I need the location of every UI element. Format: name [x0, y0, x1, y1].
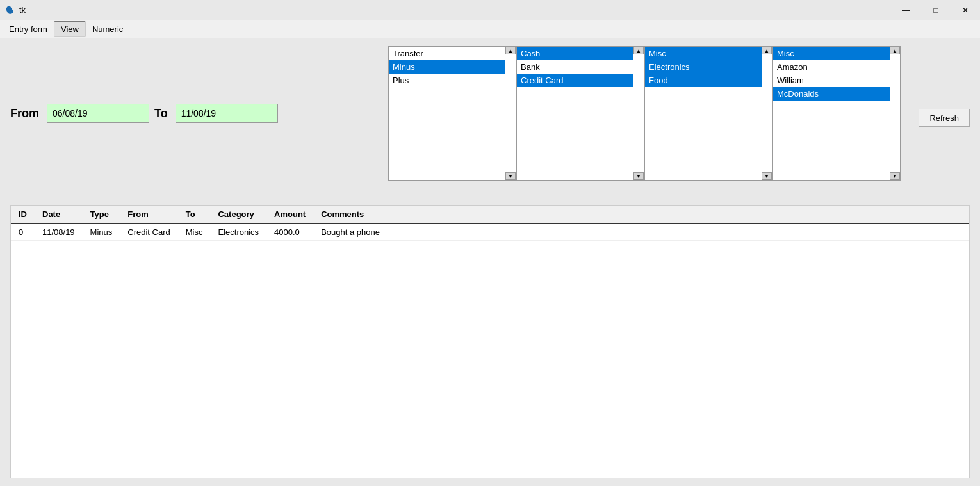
cell-type: Minus: [83, 223, 120, 241]
date-row: From To: [10, 104, 278, 123]
top-area: From To ▲ Transfer Minus Plus ▼ ▲: [10, 46, 970, 200]
maximize-button[interactable]: □: [921, 0, 951, 20]
from-list-items: Cash Bank Credit Card: [517, 47, 644, 180]
date-filter-section: From To: [10, 104, 278, 123]
menu-view[interactable]: View: [54, 21, 86, 37]
type-list-items: Transfer Minus Plus: [389, 47, 516, 180]
list-item[interactable]: Misc: [645, 47, 762, 60]
category-list-scroll-up[interactable]: ▲: [762, 47, 772, 54]
app-icon: [5, 5, 15, 15]
data-table: ID Date Type From To Category Amount Com…: [11, 206, 969, 241]
from-date-input[interactable]: [47, 104, 149, 123]
col-id: ID: [11, 206, 35, 223]
close-button[interactable]: ✕: [951, 0, 980, 20]
menu-bar: Entry form View Numeric: [0, 20, 980, 38]
list-item[interactable]: Cash: [517, 47, 633, 60]
table-section: ID Date Type From To Category Amount Com…: [10, 205, 970, 478]
cell-comments: Bought a phone: [313, 223, 388, 241]
col-amount: Amount: [266, 206, 313, 223]
list-item[interactable]: Electronics: [645, 60, 762, 74]
col-to: To: [178, 206, 211, 223]
col-from: From: [120, 206, 177, 223]
cell-date: 11/08/19: [35, 223, 83, 241]
list-item[interactable]: Plus: [389, 74, 505, 87]
refresh-button[interactable]: Refresh: [919, 109, 970, 127]
minimize-button[interactable]: —: [892, 0, 921, 20]
title-bar-controls: — □ ✕: [892, 0, 980, 20]
cell-id: 0: [11, 223, 35, 241]
list-item[interactable]: Bank: [517, 60, 633, 74]
cell-from: Credit Card: [120, 223, 177, 241]
list-item[interactable]: Amazon: [773, 60, 890, 74]
category-list-items: Misc Electronics Food: [645, 47, 772, 180]
to-date-input[interactable]: [176, 104, 278, 123]
list-item[interactable]: Transfer: [389, 47, 505, 60]
list-item[interactable]: Food: [645, 74, 762, 87]
cell-category: Electronics: [210, 223, 266, 241]
list-item[interactable]: McDonalds: [773, 87, 890, 101]
type-list-scroll-down[interactable]: ▼: [505, 172, 516, 180]
col-category: Category: [210, 206, 266, 223]
title-bar: tk — □ ✕: [0, 0, 980, 20]
list-item[interactable]: William: [773, 74, 890, 87]
from-list-scroll-down[interactable]: ▼: [633, 172, 644, 180]
cell-extra: [388, 223, 969, 241]
table-body: 0 11/08/19 Minus Credit Card Misc Electr…: [11, 223, 969, 241]
list-item[interactable]: Credit Card: [517, 74, 633, 87]
list-item[interactable]: Misc: [773, 47, 890, 60]
lists-area: ▲ Transfer Minus Plus ▼ ▲ Cash Bank Cred…: [388, 46, 901, 181]
to-list: ▲ Misc Amazon William McDonalds ▼: [772, 46, 901, 181]
category-list: ▲ Misc Electronics Food ▼: [644, 46, 772, 181]
from-list: ▲ Cash Bank Credit Card ▼: [516, 46, 644, 181]
from-list-scroll-up[interactable]: ▲: [633, 47, 644, 54]
menu-entry-form[interactable]: Entry form: [3, 22, 54, 36]
main-content: From To ▲ Transfer Minus Plus ▼ ▲: [0, 38, 980, 486]
type-list-scroll-up[interactable]: ▲: [505, 47, 516, 54]
col-comments: Comments: [313, 206, 388, 223]
from-label: From: [10, 107, 39, 120]
to-list-scroll-up[interactable]: ▲: [890, 47, 900, 54]
table-header: ID Date Type From To Category Amount Com…: [11, 206, 969, 223]
to-list-scroll-down[interactable]: ▼: [890, 172, 900, 180]
cell-amount: 4000.0: [266, 223, 313, 241]
to-list-items: Misc Amazon William McDonalds: [773, 47, 900, 180]
table-row[interactable]: 0 11/08/19 Minus Credit Card Misc Electr…: [11, 223, 969, 241]
list-item[interactable]: Minus: [389, 60, 505, 74]
title-bar-text: tk: [19, 5, 26, 15]
to-label: To: [154, 107, 168, 120]
col-type: Type: [83, 206, 120, 223]
category-list-scroll-down[interactable]: ▼: [762, 172, 772, 180]
col-date: Date: [35, 206, 83, 223]
type-list: ▲ Transfer Minus Plus ▼: [388, 46, 516, 181]
cell-to: Misc: [178, 223, 211, 241]
menu-numeric[interactable]: Numeric: [86, 22, 129, 36]
